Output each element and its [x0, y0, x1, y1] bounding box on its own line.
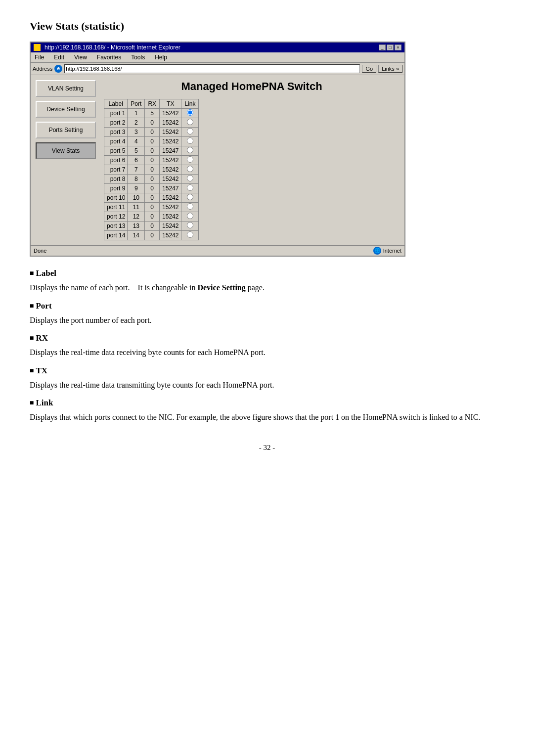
menu-favorites[interactable]: Favorites — [95, 53, 123, 61]
cell-rx: 0 — [145, 165, 160, 175]
minimize-button[interactable]: _ — [379, 44, 386, 50]
cell-link[interactable] — [181, 165, 199, 175]
cell-link[interactable] — [181, 231, 199, 240]
link-radio-9[interactable] — [187, 184, 193, 191]
cell-link[interactable] — [181, 193, 199, 203]
cell-tx: 15242 — [160, 137, 181, 146]
cell-tx: 15242 — [160, 118, 181, 128]
link-radio-14[interactable] — [187, 231, 193, 238]
cell-link[interactable] — [181, 128, 199, 137]
cell-label: port 9 — [104, 184, 128, 193]
statusbar-zone: Internet — [383, 248, 401, 254]
cell-link[interactable] — [181, 137, 199, 146]
cell-link[interactable] — [181, 175, 199, 184]
cell-link[interactable] — [181, 118, 199, 128]
doc-heading-tx: TX — [30, 366, 504, 376]
cell-label: port 13 — [104, 222, 128, 231]
cell-rx: 0 — [145, 203, 160, 212]
cell-link[interactable] — [181, 203, 199, 212]
statusbar-done: Done — [34, 248, 46, 254]
table-row: port 55015247 — [104, 146, 199, 156]
col-header-rx: RX — [145, 99, 160, 109]
col-header-label: Label — [104, 99, 128, 109]
table-row: port 44015242 — [104, 137, 199, 146]
cell-tx: 15242 — [160, 231, 181, 240]
sidebar-view-stats[interactable]: View Stats — [36, 142, 96, 159]
cell-label: port 7 — [104, 165, 128, 175]
cell-tx: 15242 — [160, 212, 181, 222]
cell-label: port 2 — [104, 118, 128, 128]
cell-port: 11 — [128, 203, 145, 212]
link-radio-8[interactable] — [187, 175, 193, 181]
close-button[interactable]: × — [395, 44, 401, 50]
cell-rx: 0 — [145, 212, 160, 222]
cell-link[interactable] — [181, 146, 199, 156]
menu-edit[interactable]: Edit — [52, 53, 66, 61]
cell-rx: 0 — [145, 118, 160, 128]
cell-port: 3 — [128, 128, 145, 137]
browser-sidebar: VLAN Setting Device Setting Ports Settin… — [36, 80, 100, 240]
cell-link[interactable] — [181, 184, 199, 193]
link-radio-2[interactable] — [187, 119, 193, 125]
doc-text-link: Displays that which ports connect to the… — [30, 411, 504, 424]
col-header-tx: TX — [160, 99, 181, 109]
titlebar-controls[interactable]: _ □ × — [379, 44, 401, 50]
cell-link[interactable] — [181, 109, 199, 118]
doc-text-rx: Displays the real-time data receiving by… — [30, 346, 504, 359]
doc-heading-port: Port — [30, 301, 504, 311]
links-button[interactable]: Links » — [378, 65, 402, 73]
link-radio-6[interactable] — [187, 156, 193, 163]
browser-toolbar: Address e Go Links » — [31, 63, 404, 75]
cell-port: 2 — [128, 118, 145, 128]
switch-title: Managed HomePNA Switch — [104, 80, 400, 93]
link-radio-4[interactable] — [187, 137, 193, 144]
internet-icon: 🌐 — [373, 247, 381, 255]
table-row: port 1313015242 — [104, 222, 199, 231]
sidebar-vlan-setting[interactable]: VLAN Setting — [36, 80, 96, 97]
address-label: Address — [33, 66, 52, 72]
link-radio-7[interactable] — [187, 166, 193, 172]
link-radio-1[interactable] — [187, 109, 193, 116]
statusbar-right: 🌐 Internet — [373, 247, 401, 255]
link-radio-12[interactable] — [187, 213, 193, 219]
cell-link[interactable] — [181, 212, 199, 222]
cell-port: 7 — [128, 165, 145, 175]
link-radio-13[interactable] — [187, 222, 193, 228]
menu-view[interactable]: View — [72, 53, 89, 61]
cell-port: 9 — [128, 184, 145, 193]
link-radio-11[interactable] — [187, 203, 193, 210]
sidebar-device-setting[interactable]: Device Setting — [36, 101, 96, 118]
link-radio-5[interactable] — [187, 147, 193, 153]
col-header-port: Port — [128, 99, 145, 109]
page-title: View Stats (statistic) — [30, 20, 504, 33]
maximize-button[interactable]: □ — [387, 44, 394, 50]
cell-link[interactable] — [181, 156, 199, 165]
address-input[interactable] — [64, 64, 360, 73]
cell-label: port 10 — [104, 193, 128, 203]
cell-tx: 15242 — [160, 109, 181, 118]
table-row: port 1111015242 — [104, 203, 199, 212]
table-row: port 1010015242 — [104, 193, 199, 203]
browser-favicon — [34, 44, 41, 51]
cell-label: port 12 — [104, 212, 128, 222]
cell-rx: 0 — [145, 128, 160, 137]
menu-help[interactable]: Help — [153, 53, 169, 61]
sidebar-ports-setting[interactable]: Ports Setting — [36, 122, 96, 138]
cell-rx: 0 — [145, 156, 160, 165]
menu-file[interactable]: File — [33, 53, 46, 61]
table-row: port 1212015242 — [104, 212, 199, 222]
link-radio-10[interactable] — [187, 194, 193, 200]
cell-tx: 15242 — [160, 222, 181, 231]
cell-port: 5 — [128, 146, 145, 156]
menu-tools[interactable]: Tools — [129, 53, 147, 61]
cell-rx: 0 — [145, 146, 160, 156]
cell-rx: 0 — [145, 231, 160, 240]
browser-title: http://192.168.168.168/ - Microsoft Inte… — [44, 44, 180, 51]
cell-link[interactable] — [181, 222, 199, 231]
link-radio-3[interactable] — [187, 128, 193, 134]
cell-tx: 15247 — [160, 146, 181, 156]
table-row: port 1414015242 — [104, 231, 199, 240]
main-content-area: Managed HomePNA Switch Label Port RX TX … — [100, 80, 400, 240]
documentation-section: Label Displays the name of each port. It… — [30, 268, 504, 424]
go-button[interactable]: Go — [362, 65, 376, 73]
